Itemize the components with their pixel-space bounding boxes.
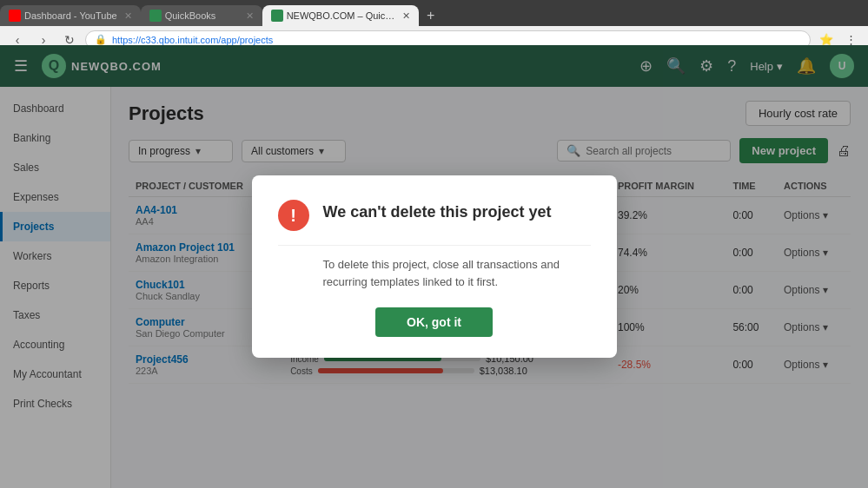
tab-title-qb2: NEWQBO.COM – QuickBooks C... — [287, 10, 395, 21]
modal-ok-button[interactable]: OK, got it — [375, 307, 493, 337]
tab-favicon-youtube — [9, 10, 21, 22]
tab-close-qb2[interactable]: ✕ — [402, 10, 410, 22]
new-tab-button[interactable]: + — [419, 5, 443, 26]
browser-chrome: Dashboard - YouTube ✕ QuickBooks ✕ NEWQB… — [0, 0, 868, 45]
browser-tabs: Dashboard - YouTube ✕ QuickBooks ✕ NEWQB… — [0, 0, 868, 26]
address-text: https://c33.qbo.intuit.com/app/projects — [112, 35, 801, 45]
tab-favicon-qb1 — [149, 10, 162, 22]
tab-title-youtube: Dashboard - YouTube — [24, 10, 117, 21]
tab-title-qb1: QuickBooks — [165, 10, 239, 21]
app-wrapper: ☰ Q NEWQBO.COM ⊕ 🔍 ⚙ ? Help ▾ 🔔 U Dashbo… — [0, 45, 868, 488]
lock-icon: 🔒 — [95, 34, 107, 45]
browser-tab-qb1[interactable]: QuickBooks ✕ — [141, 5, 262, 26]
modal-divider — [278, 245, 591, 246]
modal-header: ! We can't delete this project yet — [278, 200, 591, 231]
modal-title: We can't delete this project yet — [323, 203, 552, 221]
tab-close-qb1[interactable]: ✕ — [246, 10, 254, 22]
tab-favicon-qb2 — [271, 10, 283, 22]
browser-tab-qb2[interactable]: NEWQBO.COM – QuickBooks C... ✕ — [262, 5, 419, 26]
modal-overlay: ! We can't delete this project yet To de… — [0, 45, 868, 488]
modal-footer: OK, got it — [278, 307, 591, 337]
tab-close-youtube[interactable]: ✕ — [124, 10, 132, 22]
exclamation-icon: ! — [290, 207, 296, 224]
modal-error-icon: ! — [278, 200, 309, 231]
browser-tab-youtube[interactable]: Dashboard - YouTube ✕ — [0, 5, 141, 26]
modal-body: To delete this project, close all transa… — [278, 256, 591, 290]
modal-dialog: ! We can't delete this project yet To de… — [252, 175, 617, 358]
